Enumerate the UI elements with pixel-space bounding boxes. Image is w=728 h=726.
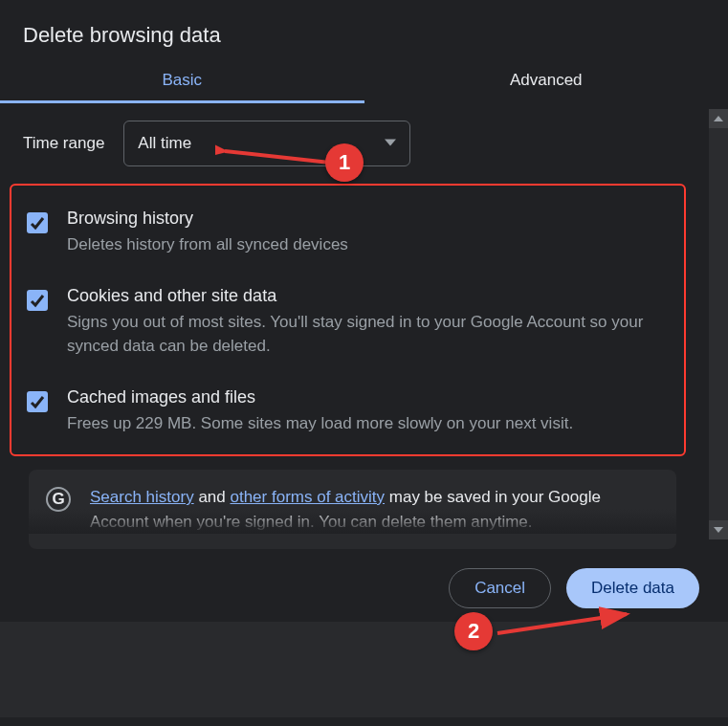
time-range-dropdown[interactable]: All time bbox=[123, 121, 410, 166]
tabs: Basic Advanced bbox=[0, 57, 728, 103]
scroll-down-button[interactable] bbox=[709, 520, 728, 539]
time-range-label: Time range bbox=[23, 134, 104, 153]
option-browsing-history: Browsing history Deletes history from al… bbox=[21, 199, 674, 276]
delete-data-button[interactable]: Delete data bbox=[566, 568, 699, 608]
option-cache: Cached images and files Frees up 229 MB.… bbox=[21, 378, 674, 442]
google-logo-icon: G bbox=[46, 487, 71, 512]
time-range-value: All time bbox=[138, 134, 191, 153]
option-cookies: Cookies and other site data Signs you ou… bbox=[21, 276, 674, 378]
link-search-history[interactable]: Search history bbox=[90, 488, 194, 506]
annotation-highlight-box: Browsing history Deletes history from al… bbox=[10, 184, 686, 456]
checkbox-cache[interactable] bbox=[27, 391, 48, 412]
backdrop-strip bbox=[0, 622, 728, 717]
tab-advanced[interactable]: Advanced bbox=[364, 57, 729, 103]
info-text: Search history and other forms of activi… bbox=[90, 485, 659, 534]
scrollbar[interactable] bbox=[709, 109, 728, 539]
chevron-down-icon bbox=[385, 135, 396, 152]
scroll-up-button[interactable] bbox=[709, 109, 728, 128]
option-title: Browsing history bbox=[67, 209, 671, 229]
checkbox-browsing-history[interactable] bbox=[27, 212, 48, 233]
dialog-title: Delete browsing data bbox=[23, 23, 705, 48]
checkbox-cookies[interactable] bbox=[27, 290, 48, 311]
time-range-row: Time range All time bbox=[0, 103, 699, 184]
option-desc: Frees up 229 MB. Some sites may load mor… bbox=[67, 411, 671, 436]
google-info-box: G Search history and other forms of acti… bbox=[29, 470, 676, 549]
link-other-activity[interactable]: other forms of activity bbox=[230, 488, 385, 506]
tab-basic[interactable]: Basic bbox=[0, 57, 364, 103]
option-desc: Signs you out of most sites. You'll stay… bbox=[67, 310, 671, 359]
option-title: Cookies and other site data bbox=[67, 286, 671, 306]
option-title: Cached images and files bbox=[67, 387, 671, 407]
option-desc: Deletes history from all synced devices bbox=[67, 232, 671, 257]
cancel-button[interactable]: Cancel bbox=[449, 568, 551, 608]
dialog-header: Delete browsing data bbox=[0, 0, 728, 57]
